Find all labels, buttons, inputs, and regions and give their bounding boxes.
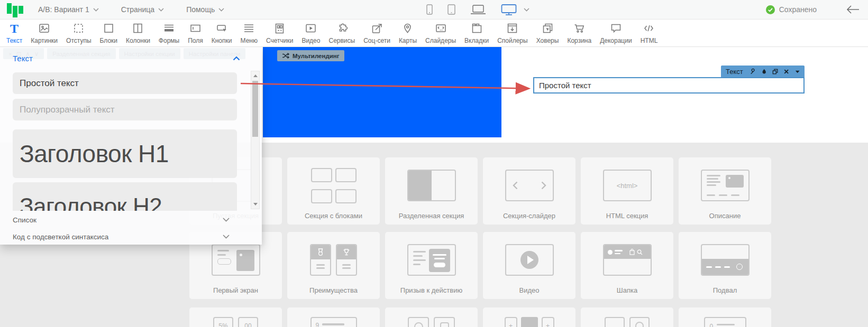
toolbar-item-sliders[interactable]: Слайдеры bbox=[421, 20, 460, 46]
multilanding-tag[interactable]: Мультилендинг bbox=[277, 50, 344, 61]
chevron-right-icon bbox=[541, 181, 546, 190]
back-arrow-button[interactable] bbox=[846, 5, 860, 14]
template-card-footer[interactable]: Подвал bbox=[679, 232, 771, 299]
toolbar-item-blocks[interactable]: Блоки bbox=[96, 20, 122, 46]
columns-icon bbox=[131, 22, 144, 35]
menu-page[interactable]: Страница bbox=[121, 5, 164, 14]
panel-scrollbar[interactable] bbox=[251, 71, 260, 209]
template-card-description[interactable]: Описание bbox=[679, 157, 771, 225]
template-card-widgets[interactable] bbox=[581, 307, 673, 327]
widget-heading-h2[interactable]: Заголовок H2 bbox=[13, 182, 237, 211]
template-card-html-section[interactable]: <html> HTML секция bbox=[581, 157, 673, 225]
toolbar-item-social[interactable]: Соц-сети bbox=[359, 20, 395, 46]
chevron-down-icon bbox=[218, 8, 224, 12]
toolbar-item-text[interactable]: T Текст bbox=[2, 20, 26, 46]
device-tablet-button[interactable] bbox=[447, 4, 455, 15]
panel-section-list[interactable]: Список bbox=[0, 212, 250, 228]
code-brackets-icon bbox=[642, 22, 655, 35]
wrench-icon[interactable] bbox=[750, 68, 756, 75]
text-widgets-panel: Текст Простой текст Полупрозрачный текст… bbox=[0, 47, 262, 245]
device-phone-button[interactable] bbox=[426, 4, 433, 15]
placed-text-element[interactable]: Простой текст bbox=[533, 77, 805, 94]
toolbar-item-spacing[interactable]: Отступы bbox=[62, 20, 95, 46]
toolbar-item-counters[interactable]: Счетчики bbox=[262, 20, 297, 46]
widget-translucent-text[interactable]: Полупрозрачный текст bbox=[13, 99, 237, 120]
template-card-split-section[interactable]: Разделенная секция bbox=[385, 157, 478, 225]
device-laptop-button[interactable] bbox=[470, 5, 486, 15]
menu-help[interactable]: Помощь bbox=[186, 5, 224, 14]
shuffle-icon bbox=[282, 52, 289, 59]
scrollbar-thumb[interactable] bbox=[252, 81, 258, 137]
chevron-up-icon[interactable] bbox=[233, 56, 240, 61]
share-arrow-icon bbox=[370, 22, 383, 35]
menu-ab-variant[interactable]: A/B: Вариант 1 bbox=[38, 5, 99, 14]
device-menu-chevron-icon[interactable] bbox=[524, 8, 529, 12]
toolbar-item-hovers[interactable]: Ховеры bbox=[532, 20, 563, 46]
toolbar-item-tabs[interactable]: Вкладки bbox=[460, 20, 493, 46]
panel-section-code[interactable]: Код с подсветкой синтаксиса bbox=[0, 229, 250, 245]
toolbar-item-columns[interactable]: Колонки bbox=[122, 20, 154, 46]
template-card-contacts[interactable] bbox=[385, 307, 478, 327]
image-icon bbox=[38, 22, 51, 35]
device-switcher bbox=[426, 0, 529, 19]
scroll-down-arrow[interactable] bbox=[253, 203, 258, 205]
square-icon bbox=[102, 22, 115, 35]
device-desktop-button[interactable] bbox=[501, 4, 517, 15]
chevron-down-icon bbox=[93, 8, 99, 12]
saved-check-icon bbox=[766, 5, 775, 14]
element-toolbar: Текст bbox=[721, 66, 805, 78]
duplicate-icon[interactable] bbox=[772, 68, 778, 75]
toolbar-item-spoilers[interactable]: Спойлеры bbox=[493, 20, 532, 46]
app-logo-icon[interactable] bbox=[7, 2, 24, 17]
hamburger-icon bbox=[242, 22, 255, 35]
template-card-blocks-section[interactable]: Секция с блоками bbox=[287, 157, 380, 225]
droplet-icon[interactable] bbox=[762, 68, 766, 75]
topbar-right: Сохранено bbox=[766, 0, 860, 19]
menu-page-label: Страница bbox=[121, 5, 154, 14]
toolbar-item-html[interactable]: HTML bbox=[636, 20, 662, 46]
widget-toolbar: T Текст Картинки Отступы Блоки Колонки Ф… bbox=[0, 20, 868, 47]
chevron-down-icon bbox=[158, 8, 164, 12]
trophy-icon bbox=[342, 248, 351, 257]
toolbar-item-services[interactable]: Сервисы bbox=[324, 20, 359, 46]
template-card-slider-section[interactable]: Секция-слайдер bbox=[483, 157, 575, 225]
widget-plain-text[interactable]: Простой текст bbox=[13, 72, 237, 94]
chevron-down-icon[interactable] bbox=[795, 70, 800, 74]
template-row-2: Первый экран bbox=[189, 232, 771, 299]
menu-ab-variant-label: A/B: Вариант 1 bbox=[38, 5, 89, 14]
toolbar-item-menu[interactable]: Меню bbox=[236, 20, 262, 46]
template-card-gallery[interactable]: + + bbox=[483, 307, 575, 327]
medal-icon bbox=[317, 248, 324, 257]
folder-tab-icon bbox=[470, 22, 483, 35]
toolbar-item-images[interactable]: Картинки bbox=[26, 20, 62, 46]
map-pin-icon bbox=[401, 22, 414, 35]
template-row-3: 5% 00 9 + + bbox=[189, 307, 771, 327]
toolbar-item-cart[interactable]: Корзина bbox=[563, 20, 596, 46]
close-icon[interactable] bbox=[784, 69, 789, 74]
template-card-review[interactable]: 9 bbox=[287, 307, 380, 327]
bag-icon bbox=[629, 249, 635, 255]
toolbar-item-fields[interactable]: Поля bbox=[184, 20, 207, 46]
text-icon: T bbox=[10, 22, 19, 35]
toolbar-item-decorations[interactable]: Декорации bbox=[596, 20, 636, 46]
toolbar-item-maps[interactable]: Карты bbox=[395, 20, 421, 46]
toolbar-item-video[interactable]: Видео bbox=[297, 20, 324, 46]
editor-window: A/B: Вариант 1 Страница Помощь Сохранено bbox=[0, 0, 868, 327]
save-status: Сохранено bbox=[766, 5, 817, 14]
template-card-video[interactable]: Видео bbox=[483, 232, 575, 299]
toolbar-item-forms[interactable]: Формы bbox=[154, 20, 184, 46]
template-card-advantages[interactable]: Преимущества bbox=[287, 232, 380, 299]
dashed-box-icon bbox=[72, 22, 85, 35]
template-card-numbers[interactable]: 5% 00 bbox=[189, 307, 282, 327]
chevron-down-icon bbox=[223, 218, 230, 222]
widget-heading-h1[interactable]: Заголовок H1 bbox=[13, 129, 237, 178]
counter-icon bbox=[273, 22, 286, 35]
template-card-header[interactable]: Шапка bbox=[581, 232, 673, 299]
panel-section-title[interactable]: Текст bbox=[13, 54, 33, 63]
toolbar-item-buttons[interactable]: Кнопки bbox=[207, 20, 236, 46]
scroll-up-arrow[interactable] bbox=[253, 74, 258, 77]
template-card-counter-block[interactable]: 0 bbox=[679, 307, 771, 327]
speech-bubble-icon bbox=[609, 22, 623, 35]
button-cursor-icon bbox=[215, 22, 229, 35]
template-card-cta[interactable]: Призыв к действию bbox=[385, 232, 478, 299]
